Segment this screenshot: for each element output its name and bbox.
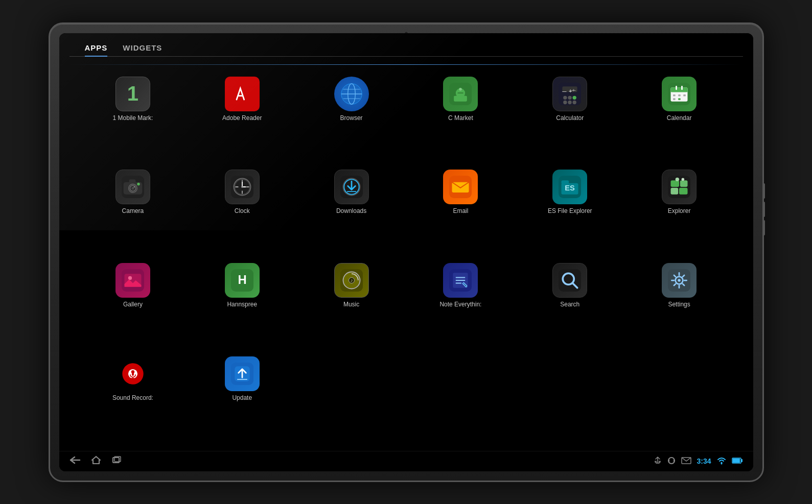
app-hannspree[interactable]: H Hannspree (189, 259, 295, 347)
hardware-buttons (762, 183, 765, 235)
app-icon-1mobile: 1 (115, 77, 150, 111)
svg-point-17 (573, 95, 576, 99)
app-icon-esfile: ES (552, 170, 587, 204)
svg-rect-33 (678, 98, 681, 100)
tab-apps[interactable]: APPS (85, 43, 108, 56)
home-button[interactable] (91, 455, 101, 467)
apps-grid: 1 1 Mobile Mark: Adobe Reader (69, 67, 743, 446)
app-label-cmarket: C Market (448, 114, 473, 123)
app-label-settings: Settings (668, 301, 690, 309)
app-explorer[interactable]: Explorer (626, 165, 733, 254)
app-calculator[interactable]: — + — + Calculator (517, 73, 623, 161)
tablet-screen: APPS WIDGETS 1 1 Mobile Mark: (59, 33, 753, 471)
svg-text:ES: ES (565, 184, 575, 193)
app-icon-soundrecord (115, 356, 150, 391)
app-label-adobe: Adobe Reader (222, 114, 262, 123)
app-icon-adobe (225, 77, 260, 111)
svg-rect-61 (562, 180, 569, 184)
app-icon-gallery (115, 263, 150, 298)
app-icon-cmarket (443, 77, 478, 111)
app-label-clock: Clock (235, 207, 250, 215)
app-update[interactable]: Update (189, 352, 295, 441)
svg-rect-30 (678, 94, 681, 96)
app-label-soundrecord: Sound Record: (112, 394, 153, 402)
app-settings[interactable]: Settings (626, 259, 733, 347)
app-icon-hannspree: H (225, 263, 260, 298)
app-label-email: Email (453, 207, 468, 215)
tab-widgets[interactable]: WIDGETS (123, 43, 162, 56)
svg-rect-36 (129, 180, 136, 183)
app-esfile[interactable]: ES ES File Explorer (517, 165, 623, 254)
app-label-hannspree: Hannspree (227, 301, 257, 309)
app-cmarket[interactable]: C Market (407, 73, 514, 161)
app-label-gallery: Gallery (123, 301, 143, 309)
wifi-icon (716, 457, 727, 466)
status-icons: 3:34 (654, 456, 743, 467)
app-icon-explorer (662, 170, 697, 204)
app-clock[interactable]: Clock (189, 165, 295, 254)
app-drawer: APPS WIDGETS 1 1 Mobile Mark: (59, 33, 753, 451)
app-label-1mobile: 1 Mobile Mark: (113, 114, 153, 123)
app-gallery[interactable]: Gallery (80, 259, 187, 347)
app-music[interactable]: ♪ Music (298, 259, 405, 347)
app-calendar[interactable]: Calendar (626, 73, 733, 161)
app-icon-browser (334, 77, 369, 111)
svg-text:—: — (563, 89, 567, 94)
svg-point-41 (137, 183, 140, 186)
app-downloads[interactable]: Downloads (298, 165, 405, 254)
battery-icon (732, 457, 743, 465)
app-label-downloads: Downloads (336, 207, 366, 215)
svg-point-68 (676, 178, 679, 181)
svg-rect-64 (671, 180, 680, 187)
app-icon-noteeverything (443, 263, 478, 298)
svg-text:H: H (238, 273, 246, 286)
svg-text:+: + (572, 88, 575, 93)
app-label-esfile: ES File Explorer (548, 207, 592, 215)
app-1mobile[interactable]: 1 1 Mobile Mark: (80, 73, 187, 161)
app-email[interactable]: Email (407, 165, 514, 254)
status-bar: 3:34 (59, 451, 753, 471)
app-label-music: Music (343, 301, 359, 309)
app-browser[interactable]: Browser (298, 73, 405, 161)
app-label-search: Search (560, 301, 579, 309)
app-search[interactable]: Search (517, 259, 623, 347)
app-icon-email (443, 170, 478, 204)
svg-text:♪: ♪ (350, 278, 353, 283)
svg-point-69 (682, 178, 685, 181)
svg-rect-31 (683, 94, 686, 96)
svg-rect-26 (671, 91, 688, 92)
usb-icon (654, 456, 662, 467)
app-icon-update (225, 356, 260, 391)
svg-point-18 (563, 100, 567, 104)
app-icon-calculator: — + — + (552, 77, 587, 111)
app-label-browser: Browser (340, 114, 363, 123)
svg-point-9 (459, 88, 462, 91)
app-icon-calendar (662, 77, 697, 111)
app-icon-clock (225, 170, 260, 204)
app-label-camera: Camera (122, 207, 144, 215)
clock-time: 3:34 (697, 457, 711, 465)
svg-rect-63 (668, 176, 690, 198)
back-button[interactable] (69, 456, 81, 466)
mail-icon (681, 457, 691, 466)
app-noteeverything[interactable]: Note Everythin: (407, 259, 514, 347)
svg-text:+: + (569, 88, 572, 94)
app-camera[interactable]: Camera (80, 165, 187, 254)
svg-rect-67 (679, 188, 688, 195)
volume-down-button[interactable] (762, 202, 765, 217)
navigation-buttons (69, 455, 122, 467)
power-button[interactable] (762, 220, 765, 235)
app-label-explorer: Explorer (668, 207, 691, 215)
svg-rect-101 (132, 372, 134, 376)
svg-point-20 (573, 100, 576, 104)
recent-button[interactable] (111, 455, 122, 467)
volume-up-button[interactable] (762, 183, 765, 199)
app-soundrecord[interactable]: Sound Record: (80, 352, 187, 441)
app-adobe[interactable]: Adobe Reader (189, 73, 295, 161)
svg-rect-32 (673, 98, 676, 100)
svg-point-51 (241, 186, 243, 188)
svg-point-40 (133, 186, 135, 188)
app-label-calendar: Calendar (667, 114, 692, 123)
app-label-calculator: Calculator (556, 114, 584, 123)
svg-rect-113 (741, 459, 743, 462)
